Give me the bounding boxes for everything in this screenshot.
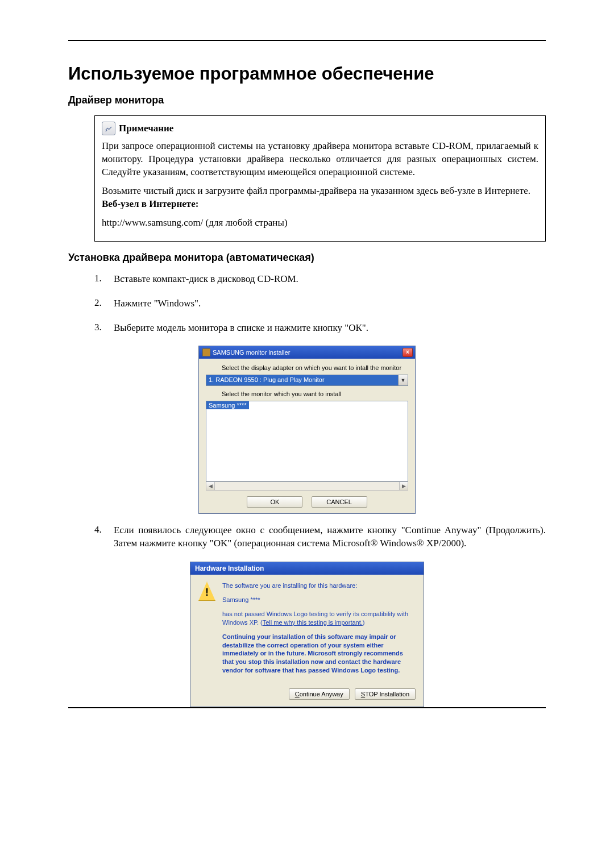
section-install-auto: Установка драйвера монитора (автоматичес… [68,252,546,264]
ok-button[interactable]: OK [247,496,302,508]
note-paragraph-1: При запросе операционной системы на уста… [102,140,538,179]
monitor-list[interactable]: Samsung **** [206,401,408,481]
note-label: Примечание [119,123,173,134]
hw-line-3: has not passed Windows Logo testing to v… [222,610,416,627]
step-number: 1. [94,273,114,286]
note-heading: Примечание [102,122,538,135]
step-1: 1. Вставьте компакт-диск в дисковод CD-R… [94,273,546,286]
scroll-track[interactable] [215,482,399,490]
step-text: Нажмите "Windows". [114,297,546,310]
hw-line-2: Samsung **** [222,596,416,604]
step-text: Вставьте компакт-диск в дисковод CD-ROM. [114,273,546,286]
note-url: http://www.samsung.com/ (для любой стран… [102,217,538,230]
monitor-list-item[interactable]: Samsung **** [206,401,249,409]
ordered-steps-continued: 4. Если появилось следующее окно с сообщ… [94,524,546,550]
horizontal-scrollbar[interactable]: ◀ ▶ [206,481,408,491]
scroll-right-icon[interactable]: ▶ [399,482,408,490]
section-driver-monitor: Драйвер монитора [68,94,546,106]
installer-title: SAMSUNG monitor installer [213,349,290,356]
hw-titlebar: Hardware Installation [190,562,424,575]
step-2: 2. Нажмите "Windows". [94,297,546,310]
continue-anyway-button[interactable]: Continue Anyway [289,688,350,700]
installer-titlebar: SAMSUNG monitor installer × [199,346,415,359]
step-number: 3. [94,322,114,335]
step-text: Выберите модель монитора в списке и нажм… [114,322,546,335]
note-paragraph-2: Возьмите чистый диск и загрузите файл пр… [102,185,538,211]
note-box: Примечание При запросе операционной сист… [94,115,546,242]
adapter-select[interactable]: 1. RADEON 9550 : Plug and Play Monitor ▼ [206,375,408,386]
hardware-installation-dialog: Hardware Installation ! The software you… [190,562,424,707]
top-rule [68,40,546,41]
scroll-left-icon[interactable]: ◀ [206,482,215,490]
ordered-steps: 1. Вставьте компакт-диск в дисковод CD-R… [94,273,546,335]
note-icon [102,122,115,135]
close-button[interactable]: × [403,348,413,357]
cancel-button[interactable]: CANCEL [312,496,367,508]
step-3: 3. Выберите модель монитора в списке и н… [94,322,546,335]
stop-installation-button[interactable]: STOP Installation [355,688,416,700]
installer-app-icon [202,348,210,356]
note-paragraph-2-text: Возьмите чистый диск и загрузите файл пр… [102,185,530,196]
step-text: Если появилось следующее окно с сообщени… [114,524,546,550]
step-number: 4. [94,524,114,550]
chevron-down-icon[interactable]: ▼ [398,375,408,385]
step-number: 2. [94,297,114,310]
hw-line-3b: ) [363,619,365,626]
bottom-rule [68,707,546,708]
installer-label-monitor: Select the monitor which you want to ins… [222,391,408,397]
warning-icon: ! [198,582,215,601]
step-4: 4. Если появилось следующее окно с сообщ… [94,524,546,550]
installer-dialog: SAMSUNG monitor installer × Select the d… [198,346,416,514]
hw-testing-link[interactable]: Tell me why this testing is important. [263,619,363,626]
adapter-select-value: 1. RADEON 9550 : Plug and Play Monitor [206,375,398,385]
installer-label-adapter: Select the display adapter on which you … [222,364,408,371]
note-website-label: Веб-узел в Интернете: [102,198,198,209]
hw-line-4: Continuing your installation of this sof… [222,633,416,675]
page-title: Используемое программное обеспечение [68,64,546,84]
hw-line-1: The software you are installing for this… [222,582,416,590]
